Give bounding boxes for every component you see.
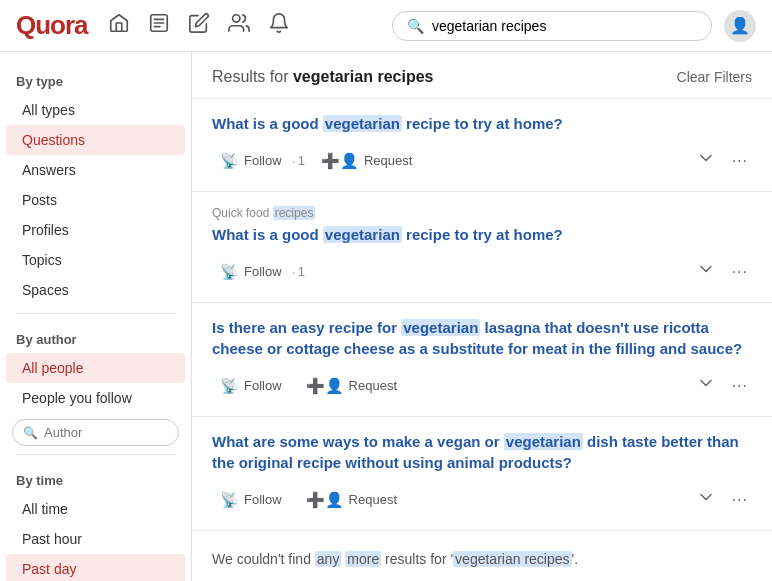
answers-icon[interactable]	[148, 12, 170, 39]
results-title: Results for vegetarian recipes	[212, 68, 433, 86]
downvote-button-1[interactable]	[692, 144, 720, 177]
author-input[interactable]	[44, 425, 168, 440]
question-actions-4: 📡 Follow ➕👤 Request ···	[212, 483, 752, 516]
follow-count-1: 1	[298, 153, 305, 168]
sidebar-item-all-types[interactable]: All types	[6, 95, 185, 125]
sidebar-item-answers[interactable]: Answers	[6, 155, 185, 185]
sidebar-item-people-you-follow[interactable]: People you follow	[6, 383, 185, 413]
write-icon[interactable]	[188, 12, 210, 39]
results-query: vegetarian recipes	[293, 68, 434, 85]
people-icon[interactable]	[228, 12, 250, 39]
follow-button-2[interactable]: 📡 Follow	[212, 259, 290, 285]
request-button-4[interactable]: ➕👤 Request	[298, 487, 405, 513]
action-right-2: ···	[692, 255, 752, 288]
no-more-results: We couldn't find any more results for 'v…	[192, 531, 772, 577]
question-card-4: What are some ways to make a vegan or ve…	[192, 417, 772, 531]
clear-filters-button[interactable]: Clear Filters	[677, 69, 752, 85]
highlight-4: vegetarian	[504, 433, 583, 450]
results-prefix: Results for	[212, 68, 293, 85]
author-input-wrap[interactable]: 🔍	[12, 419, 179, 446]
follow-icon-3: 📡	[220, 377, 239, 395]
sidebar-item-all-time[interactable]: All time	[6, 494, 185, 524]
svg-point-4	[232, 15, 239, 22]
sidebar-item-profiles[interactable]: Profiles	[6, 215, 185, 245]
sidebar-item-all-people[interactable]: All people	[6, 353, 185, 383]
highlight-3: vegetarian	[401, 319, 480, 336]
highlight: vegetarian	[323, 115, 402, 132]
avatar[interactable]: 👤	[724, 10, 756, 42]
sidebar-item-posts[interactable]: Posts	[6, 185, 185, 215]
question-title-4[interactable]: What are some ways to make a vegan or ve…	[212, 431, 752, 473]
results-header: Results for vegetarian recipes Clear Fil…	[192, 52, 772, 99]
search-bar[interactable]: 🔍	[392, 11, 712, 41]
logo[interactable]: Quora	[16, 10, 88, 41]
follow-label-4: Follow	[244, 492, 282, 507]
sidebar-divider-1	[16, 313, 175, 314]
author-search-icon: 🔍	[23, 426, 38, 440]
sidebar-item-past-day[interactable]: Past day	[6, 554, 185, 581]
dot-sep-2: ·	[292, 263, 296, 280]
request-label-3: Request	[349, 378, 397, 393]
more-button-2[interactable]: ···	[728, 259, 752, 285]
highlight-2: vegetarian	[323, 226, 402, 243]
sidebar-item-past-hour[interactable]: Past hour	[6, 524, 185, 554]
question-actions-2: 📡 Follow · 1 ···	[212, 255, 752, 288]
downvote-button-3[interactable]	[692, 369, 720, 402]
question-card-1: What is a good vegetarian recipe to try …	[192, 99, 772, 192]
sidebar-divider-2	[16, 454, 175, 455]
question-actions-3: 📡 Follow ➕👤 Request ···	[212, 369, 752, 402]
follow-label-2: Follow	[244, 264, 282, 279]
query-highlight: vegetarian recipes	[453, 551, 571, 567]
question-title-2[interactable]: What is a good vegetarian recipe to try …	[212, 224, 752, 245]
question-card-2: Quick food recipes What is a good vegeta…	[192, 192, 772, 303]
follow-count-2: 1	[298, 264, 305, 279]
action-right-1: ···	[692, 144, 752, 177]
any-highlight: any	[315, 551, 342, 567]
more-highlight: more	[345, 551, 381, 567]
more-button-3[interactable]: ···	[728, 373, 752, 399]
by-time-label: By time	[0, 463, 191, 494]
follow-label-3: Follow	[244, 378, 282, 393]
request-icon-4: ➕👤	[306, 491, 344, 509]
request-icon-1: ➕👤	[321, 152, 359, 170]
header-nav-icons	[108, 12, 290, 39]
question-card-3: Is there an easy recipe for vegetarian l…	[192, 303, 772, 417]
request-button-3[interactable]: ➕👤 Request	[298, 373, 405, 399]
more-button-4[interactable]: ···	[728, 487, 752, 513]
context-highlight-2: recipes	[273, 206, 316, 220]
by-author-label: By author	[0, 322, 191, 353]
follow-label-1: Follow	[244, 153, 282, 168]
downvote-button-4[interactable]	[692, 483, 720, 516]
question-title-1[interactable]: What is a good vegetarian recipe to try …	[212, 113, 752, 134]
follow-icon-1: 📡	[220, 152, 239, 170]
downvote-button-2[interactable]	[692, 255, 720, 288]
bell-icon[interactable]	[268, 12, 290, 39]
question-title-3[interactable]: Is there an easy recipe for vegetarian l…	[212, 317, 752, 359]
action-right-4: ···	[692, 483, 752, 516]
follow-icon-2: 📡	[220, 263, 239, 281]
action-right-3: ···	[692, 369, 752, 402]
sidebar-item-questions[interactable]: Questions	[6, 125, 185, 155]
question-actions-1: 📡 Follow · 1 ➕👤 Request ···	[212, 144, 752, 177]
follow-button-1[interactable]: 📡 Follow	[212, 148, 290, 174]
sidebar-item-spaces[interactable]: Spaces	[6, 275, 185, 305]
by-type-label: By type	[0, 64, 191, 95]
search-icon: 🔍	[407, 18, 424, 34]
follow-button-3[interactable]: 📡 Follow	[212, 373, 290, 399]
search-input[interactable]	[432, 18, 697, 34]
main-content: Results for vegetarian recipes Clear Fil…	[192, 52, 772, 581]
header: Quora	[0, 0, 772, 52]
request-label-4: Request	[349, 492, 397, 507]
dot-sep-1: ·	[292, 152, 296, 169]
request-button-1[interactable]: ➕👤 Request	[313, 148, 420, 174]
sidebar-item-topics[interactable]: Topics	[6, 245, 185, 275]
follow-button-4[interactable]: 📡 Follow	[212, 487, 290, 513]
home-icon[interactable]	[108, 12, 130, 39]
request-icon-3: ➕👤	[306, 377, 344, 395]
sidebar: By type All types Questions Answers Post…	[0, 52, 192, 581]
question-context-2: Quick food recipes	[212, 206, 752, 220]
request-label-1: Request	[364, 153, 412, 168]
follow-icon-4: 📡	[220, 491, 239, 509]
more-button-1[interactable]: ···	[728, 148, 752, 174]
layout: By type All types Questions Answers Post…	[0, 52, 772, 581]
